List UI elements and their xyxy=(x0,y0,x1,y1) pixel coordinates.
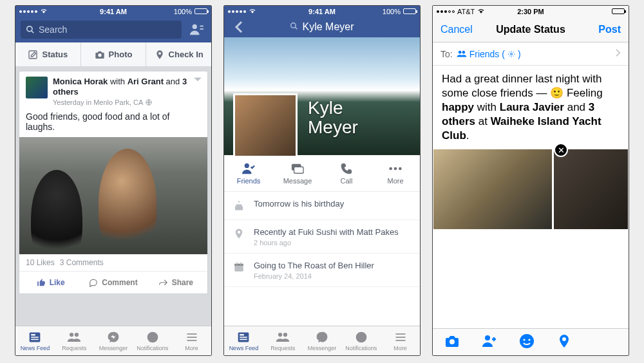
post-meta: Yesterday in Menlo Park, CA xyxy=(53,98,201,106)
compose-text[interactable]: Had a great dinner last night with some … xyxy=(433,66,629,149)
gear-tiny-icon xyxy=(507,50,515,58)
post-stats[interactable]: 10 Likes 3 Comments xyxy=(19,254,207,272)
profile-picture[interactable] xyxy=(233,93,298,158)
add-feeling-button[interactable] xyxy=(519,333,535,351)
cake-icon xyxy=(233,200,246,213)
svg-point-20 xyxy=(245,163,249,167)
person-plus-icon xyxy=(482,333,497,349)
pin-icon xyxy=(233,228,246,241)
search-input[interactable]: Search xyxy=(21,21,182,39)
composer-bar: Status Photo Check In xyxy=(15,42,211,67)
tab-bar: News Feed Requests Messenger Notificatio… xyxy=(15,326,211,355)
feed-post[interactable]: Monica Horak with Ari Grant and 3 others… xyxy=(19,71,208,294)
svg-point-12 xyxy=(70,332,73,336)
svg-rect-31 xyxy=(240,334,245,336)
signal-dots-icon xyxy=(228,10,246,13)
svg-rect-33 xyxy=(240,339,248,340)
svg-rect-37 xyxy=(395,333,405,335)
add-photo-button[interactable] xyxy=(444,333,460,351)
tab-messenger[interactable]: Messenger xyxy=(94,326,133,355)
newsfeed-icon xyxy=(28,331,42,344)
share-button[interactable]: Share xyxy=(145,272,207,293)
info-event[interactable]: Going to The Roast of Ben Hiller Februar… xyxy=(224,254,420,287)
screen-update-status: AT&T 2:30 PM Cancel Update Status Post T… xyxy=(432,5,629,356)
tab-requests[interactable]: Requests xyxy=(55,326,94,355)
screen-profile: 9:41 AM 100% Kyle Meyer Kyle Meyer Frien xyxy=(223,5,421,356)
camera-icon xyxy=(95,50,105,60)
tab-messenger[interactable]: Messenger xyxy=(303,326,342,355)
back-button[interactable] xyxy=(229,21,249,33)
tab-newsfeed[interactable]: News Feed xyxy=(224,326,263,355)
info-recent-location[interactable]: Recently at Fuki Sushi with Matt Pakes 2… xyxy=(224,220,420,254)
post-button[interactable]: Post xyxy=(598,24,621,35)
call-button[interactable]: Call xyxy=(322,155,371,191)
svg-rect-16 xyxy=(187,337,196,338)
tab-more[interactable]: More xyxy=(172,326,211,355)
like-icon xyxy=(37,278,46,287)
audience-selector[interactable]: Friends ( ) xyxy=(457,49,521,59)
feed-area[interactable]: Monica Horak with Ari Grant and 3 others… xyxy=(15,67,211,326)
emoji-smile-icon: 🙂 xyxy=(550,87,564,99)
avatar[interactable] xyxy=(26,77,48,98)
attached-photo-2[interactable] xyxy=(554,149,628,229)
cover-photo[interactable]: Kyle Meyer xyxy=(224,37,420,155)
to-label: To: xyxy=(440,49,453,59)
tab-newsfeed[interactable]: News Feed xyxy=(15,326,55,355)
battery-icon xyxy=(612,8,625,14)
svg-point-24 xyxy=(394,167,397,170)
svg-rect-10 xyxy=(32,337,39,338)
pin-icon xyxy=(155,50,165,60)
nav-bar: Cancel Update Status Post xyxy=(433,17,629,42)
friends-icon xyxy=(457,50,467,59)
svg-point-41 xyxy=(462,50,465,53)
cancel-button[interactable]: Cancel xyxy=(440,24,473,35)
tab-notifications[interactable]: Notifications xyxy=(133,326,172,355)
comment-icon xyxy=(89,278,98,287)
svg-point-36 xyxy=(355,331,366,342)
like-button[interactable]: Like xyxy=(19,272,82,293)
svg-rect-39 xyxy=(395,340,405,341)
svg-point-46 xyxy=(523,339,525,340)
status-bar: 9:41 AM 100% xyxy=(15,6,211,17)
profile-display-name: Kyle Meyer xyxy=(308,98,358,137)
attached-photo-1[interactable] xyxy=(433,149,552,229)
audience-row[interactable]: To: Friends ( ) xyxy=(433,42,629,66)
tag-friends-button[interactable] xyxy=(482,333,497,351)
info-birthday[interactable]: Tomorrow is his birthday xyxy=(224,192,420,220)
svg-point-25 xyxy=(399,167,402,170)
svg-rect-28 xyxy=(236,263,238,265)
profile-name-search[interactable]: Kyle Meyer xyxy=(254,21,390,33)
comment-button[interactable]: Comment xyxy=(82,272,144,293)
search-icon xyxy=(26,25,35,34)
tab-requests[interactable]: Requests xyxy=(263,326,303,355)
battery-pct: 100% xyxy=(383,8,401,15)
profile-actions: Friends Message Call More xyxy=(224,155,420,192)
svg-point-44 xyxy=(485,335,490,340)
svg-point-6 xyxy=(98,53,101,57)
search-icon xyxy=(290,21,298,33)
signal-dots-icon xyxy=(437,10,455,13)
svg-rect-29 xyxy=(240,263,242,265)
svg-point-13 xyxy=(75,332,79,336)
friend-requests-button[interactable] xyxy=(187,21,206,39)
tab-notifications[interactable]: Notifications xyxy=(341,326,381,355)
tab-more[interactable]: More xyxy=(381,326,420,355)
status-button[interactable]: Status xyxy=(15,42,81,66)
svg-rect-32 xyxy=(240,337,248,338)
message-button[interactable]: Message xyxy=(273,155,322,191)
post-header: Monica Horak with Ari Grant and 3 others… xyxy=(19,71,207,109)
svg-point-23 xyxy=(389,167,392,170)
post-menu-chevron-icon[interactable] xyxy=(193,75,202,85)
header: Kyle Meyer xyxy=(224,17,420,37)
friends-button[interactable]: Friends xyxy=(224,155,273,191)
svg-point-35 xyxy=(283,332,287,336)
post-photo[interactable] xyxy=(19,137,207,254)
photo-button[interactable]: Photo xyxy=(81,42,147,66)
add-location-button[interactable] xyxy=(556,333,572,351)
wifi-icon xyxy=(477,8,485,15)
svg-line-1 xyxy=(32,31,34,33)
post-body: Good friends, good food and a lot of lau… xyxy=(19,109,207,137)
more-button[interactable]: More xyxy=(371,155,420,191)
checkin-button[interactable]: Check In xyxy=(146,42,211,66)
compose-toolbar xyxy=(433,328,629,355)
